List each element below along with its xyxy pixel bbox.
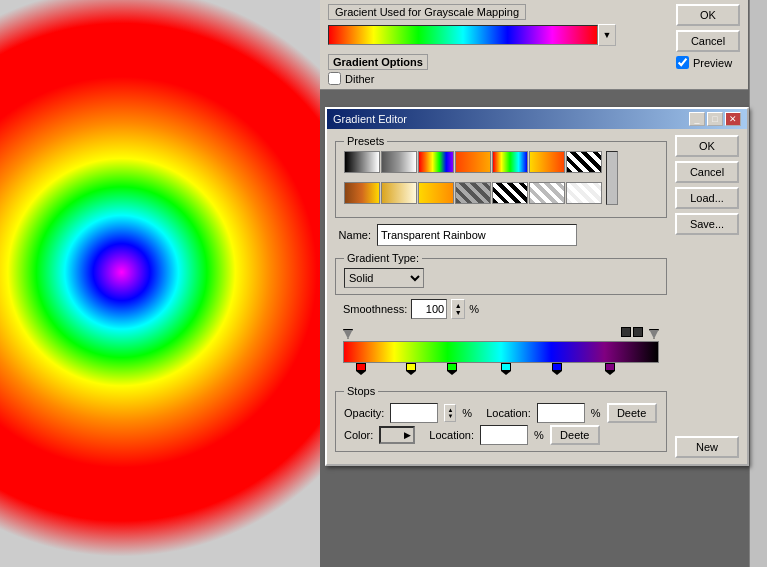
opacity-stop-left[interactable] — [343, 329, 353, 339]
smoothness-input[interactable] — [411, 299, 447, 319]
gradient-preview-bar[interactable] — [328, 25, 598, 45]
preset-swatch[interactable] — [344, 182, 380, 204]
preset-swatch[interactable] — [566, 182, 602, 204]
opacity-stops-row — [343, 325, 659, 341]
presets-fieldset: Presets — [335, 135, 667, 218]
titlebar-controls: _ □ ✕ — [689, 112, 741, 126]
color-stop-purple[interactable] — [605, 363, 615, 375]
delete-color-button[interactable]: Deete — [550, 425, 600, 445]
preset-swatch[interactable] — [492, 182, 528, 204]
dialog-body: Presets — [327, 129, 747, 464]
preset-swatch[interactable] — [418, 182, 454, 204]
stops-legend: Stops — [344, 385, 378, 397]
opacity-row: Opacity: ▲▼ % Location: % Deete — [344, 403, 658, 423]
color-stop-green[interactable] — [447, 363, 457, 375]
save-button[interactable]: Save... — [675, 213, 739, 235]
preset-swatch[interactable] — [455, 151, 491, 173]
cancel-button[interactable]: Cancel — [675, 161, 739, 183]
dialog-title: Gradient Editor — [333, 113, 407, 125]
opacity-spinner[interactable]: ▲▼ — [444, 404, 456, 422]
preset-swatch[interactable] — [455, 182, 491, 204]
top-cancel-button[interactable]: Cancel — [676, 30, 740, 52]
color-swatch[interactable]: ▶ — [379, 426, 415, 444]
opacity-pct: % — [462, 407, 472, 419]
gradient-bar-section — [335, 325, 667, 381]
opacity-stop-black-1[interactable] — [633, 327, 643, 337]
name-input[interactable] — [377, 224, 577, 246]
preview-checkbox[interactable] — [676, 56, 689, 69]
name-label: Name: — [335, 229, 371, 241]
color-stop-red[interactable] — [356, 363, 366, 375]
maximize-button[interactable]: □ — [707, 112, 723, 126]
opacity-location-input[interactable] — [537, 403, 585, 423]
preset-swatch[interactable] — [529, 182, 565, 204]
canvas-area — [0, 0, 320, 567]
color-stop-cyan[interactable] — [501, 363, 511, 375]
ok-button[interactable]: OK — [675, 135, 739, 157]
smoothness-pct: % — [469, 303, 479, 315]
scrollbar[interactable] — [749, 0, 767, 567]
color-stop-yellow[interactable] — [406, 363, 416, 375]
preset-swatch[interactable] — [381, 151, 417, 173]
name-row: Name: — [335, 224, 667, 246]
color-row: Color: ▶ Location: % Deete — [344, 425, 658, 445]
minimize-button[interactable]: _ — [689, 112, 705, 126]
close-button[interactable]: ✕ — [725, 112, 741, 126]
color-label: Color: — [344, 429, 373, 441]
color-stop-blue[interactable] — [552, 363, 562, 375]
smoothness-row: Smoothness: ▲▼ % — [335, 299, 667, 319]
grayscale-mapping-panel: Gracient Used for Grayscale Mapping ▼ Gr… — [320, 0, 748, 90]
location-pct-2: % — [534, 429, 544, 441]
preset-swatch[interactable] — [566, 151, 602, 173]
dither-label: Dither — [345, 73, 374, 85]
smoothness-label: Smoothness: — [343, 303, 407, 315]
gradient-editor-dialog: Gradient Editor _ □ ✕ Presets — [325, 107, 749, 466]
location-label-2: Location: — [429, 429, 474, 441]
stops-fieldset: Stops Opacity: ▲▼ % Location: % Deete Co… — [335, 385, 667, 452]
gradient-type-legend: Gradient Type: — [344, 252, 422, 264]
panel-title: Gracient Used for Grayscale Mapping — [328, 4, 526, 20]
right-buttons: OK Cancel Load... Save... New — [675, 135, 739, 458]
location-label-1: Location: — [486, 407, 531, 419]
smoothness-spinner[interactable]: ▲▼ — [451, 299, 465, 319]
color-stops-row — [343, 363, 659, 381]
preset-swatch[interactable] — [492, 151, 528, 173]
gradient-type-fieldset: Gradient Type: Solid Noise — [335, 252, 667, 295]
gradient-type-select[interactable]: Solid Noise — [344, 268, 424, 288]
presets-legend: Presets — [344, 135, 387, 147]
dialog-titlebar: Gradient Editor _ □ ✕ — [327, 109, 747, 129]
dither-checkbox[interactable] — [328, 72, 341, 85]
top-ok-button[interactable]: OK — [676, 4, 740, 26]
new-button[interactable]: New — [675, 436, 739, 458]
preset-swatch[interactable] — [381, 182, 417, 204]
presets-grid — [344, 151, 602, 211]
preset-swatch[interactable] — [529, 151, 565, 173]
delete-opacity-button[interactable]: Deete — [607, 403, 657, 423]
opacity-label: Opacity: — [344, 407, 384, 419]
presets-scrollbar[interactable] — [606, 151, 618, 205]
preview-label: Preview — [693, 57, 732, 69]
load-button[interactable]: Load... — [675, 187, 739, 209]
color-location-input[interactable] — [480, 425, 528, 445]
opacity-stop-right[interactable] — [649, 329, 659, 339]
gradient-bar[interactable] — [343, 341, 659, 363]
gradient-dropdown-btn[interactable]: ▼ — [598, 24, 616, 46]
location-pct-1: % — [591, 407, 601, 419]
preset-swatch[interactable] — [344, 151, 380, 173]
preset-swatch[interactable] — [418, 151, 454, 173]
opacity-input[interactable] — [390, 403, 438, 423]
opacity-stop-black-2[interactable] — [621, 327, 631, 337]
